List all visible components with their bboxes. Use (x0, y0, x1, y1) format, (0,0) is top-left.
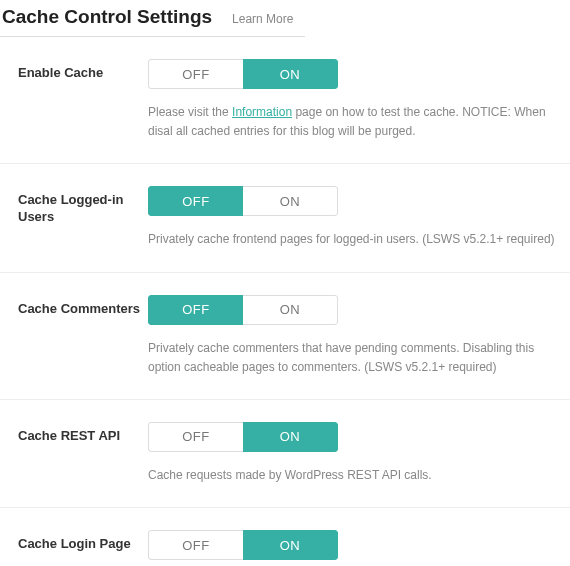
toggle-commenters: OFF ON (148, 295, 338, 325)
row-logged-in: Cache Logged-in Users OFF ON Privately c… (0, 164, 570, 272)
toggle-login-page: OFF ON (148, 530, 338, 560)
toggle-on[interactable]: ON (243, 59, 338, 89)
row-login-page: Cache Login Page OFF ON (0, 508, 570, 566)
settings-table: Enable Cache OFF ON Please visit the Inf… (0, 37, 570, 566)
label-commenters: Cache Commenters (18, 301, 148, 318)
desc-enable-cache: Please visit the Information page on how… (148, 103, 570, 141)
information-link[interactable]: Information (232, 105, 292, 119)
toggle-off[interactable]: OFF (148, 186, 243, 216)
label-rest-api: Cache REST API (18, 428, 148, 445)
toggle-logged-in: OFF ON (148, 186, 338, 216)
desc-logged-in: Privately cache frontend pages for logge… (148, 230, 570, 249)
toggle-on[interactable]: ON (243, 295, 338, 325)
learn-more-link[interactable]: Learn More (232, 12, 293, 26)
toggle-on[interactable]: ON (243, 530, 338, 560)
toggle-off[interactable]: OFF (148, 422, 243, 452)
desc-rest-api: Cache requests made by WordPress REST AP… (148, 466, 570, 485)
page-title: Cache Control Settings (2, 6, 212, 28)
row-enable-cache: Enable Cache OFF ON Please visit the Inf… (0, 37, 570, 164)
toggle-rest-api: OFF ON (148, 422, 338, 452)
label-enable-cache: Enable Cache (18, 65, 148, 82)
toggle-off[interactable]: OFF (148, 59, 243, 89)
toggle-off[interactable]: OFF (148, 530, 243, 560)
label-logged-in: Cache Logged-in Users (18, 192, 148, 226)
row-commenters: Cache Commenters OFF ON Privately cache … (0, 273, 570, 400)
desc-commenters: Privately cache commenters that have pen… (148, 339, 570, 377)
toggle-on[interactable]: ON (243, 186, 338, 216)
toggle-off[interactable]: OFF (148, 295, 243, 325)
row-rest-api: Cache REST API OFF ON Cache requests mad… (0, 400, 570, 508)
toggle-enable-cache: OFF ON (148, 59, 338, 89)
toggle-on[interactable]: ON (243, 422, 338, 452)
label-login-page: Cache Login Page (18, 536, 148, 553)
settings-header: Cache Control Settings Learn More (0, 0, 305, 37)
